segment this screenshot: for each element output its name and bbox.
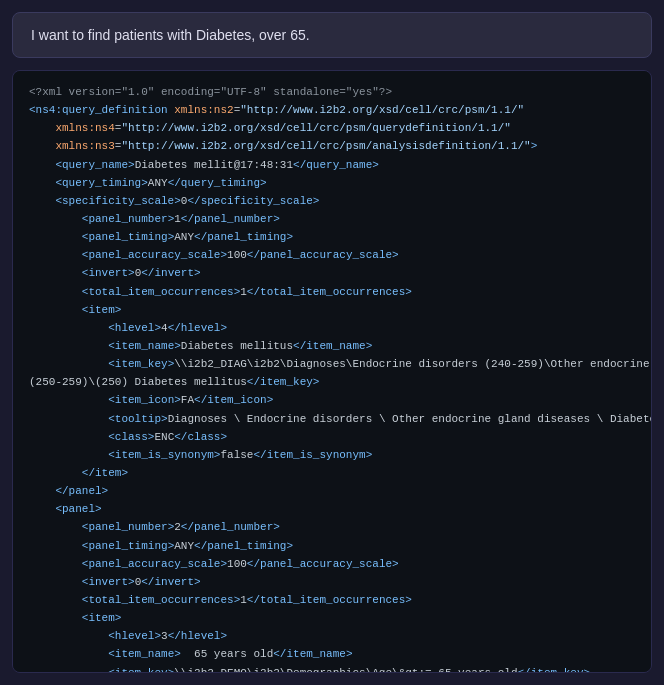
xml-line: <item_is_synonym>false</item_is_synonym> [29, 446, 635, 464]
xml-line: <item_name>Diabetes mellitus</item_name> [29, 337, 635, 355]
xml-line: <invert>0</invert> [29, 264, 635, 282]
xml-line: xmlns:ns3="http://www.i2b2.org/xsd/cell/… [29, 137, 635, 155]
xml-line: <specificity_scale>0</specificity_scale> [29, 192, 635, 210]
xml-line: <tooltip>Diagnoses \ Endocrine disorders… [29, 410, 635, 428]
xml-line: <?xml version="1.0" encoding="UTF-8" sta… [29, 83, 635, 101]
xml-line: <panel_accuracy_scale>100</panel_accurac… [29, 246, 635, 264]
xml-line: <class>ENC</class> [29, 428, 635, 446]
xml-line: <panel_number>1</panel_number> [29, 210, 635, 228]
xml-line: <item> [29, 609, 635, 627]
xml-line: <query_timing>ANY</query_timing> [29, 174, 635, 192]
xml-line: <total_item_occurrences>1</total_item_oc… [29, 283, 635, 301]
xml-line: <query_name>Diabetes mellit@17:48:31</qu… [29, 156, 635, 174]
xml-line: <panel_timing>ANY</panel_timing> [29, 537, 635, 555]
xml-line: <ns4:query_definition xmlns:ns2="http://… [29, 101, 635, 119]
xml-line: xmlns:ns4="http://www.i2b2.org/xsd/cell/… [29, 119, 635, 137]
xml-line: <hlevel>4</hlevel> [29, 319, 635, 337]
xml-line: <panel> [29, 500, 635, 518]
xml-line: <panel_number>2</panel_number> [29, 518, 635, 536]
xml-line: <item_key>\\i2b2_DIAG\i2b2\Diagnoses\End… [29, 355, 635, 373]
xml-line: </item> [29, 464, 635, 482]
xml-line: <item_key>\\i2b2_DEMO\i2b2\Demographics\… [29, 664, 635, 674]
xml-line: </panel> [29, 482, 635, 500]
xml-line: <hlevel>3</hlevel> [29, 627, 635, 645]
xml-line: <panel_timing>ANY</panel_timing> [29, 228, 635, 246]
xml-line: <panel_accuracy_scale>100</panel_accurac… [29, 555, 635, 573]
xml-output-panel[interactable]: <?xml version="1.0" encoding="UTF-8" sta… [12, 70, 652, 673]
query-text: I want to find patients with Diabetes, o… [31, 27, 310, 43]
xml-line: <item_icon>FA</item_icon> [29, 391, 635, 409]
xml-line: (250-259)\(250) Diabetes mellitus</item_… [29, 373, 635, 391]
xml-line: <item> [29, 301, 635, 319]
xml-line: <total_item_occurrences>1</total_item_oc… [29, 591, 635, 609]
query-input-box: I want to find patients with Diabetes, o… [12, 12, 652, 58]
xml-content-block: <?xml version="1.0" encoding="UTF-8" sta… [29, 83, 635, 673]
xml-line: <item_name> 65 years old</item_name> [29, 645, 635, 663]
xml-line: <invert>0</invert> [29, 573, 635, 591]
